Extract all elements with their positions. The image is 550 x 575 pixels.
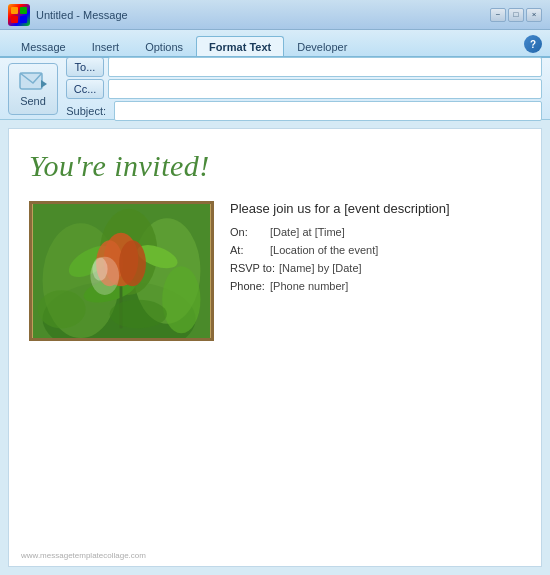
detail-phone: Phone: [Phone number] xyxy=(230,280,521,292)
detail-at: At: [Location of the event] xyxy=(230,244,521,256)
address-area: To... Cc... Subject: xyxy=(66,57,542,121)
rsvp-label: RSVP to: xyxy=(230,262,275,274)
window-controls: − □ × xyxy=(490,8,542,22)
cc-row: Cc... xyxy=(66,79,542,99)
to-row: To... xyxy=(66,57,542,77)
svg-rect-3 xyxy=(20,16,27,23)
to-field[interactable] xyxy=(108,57,542,77)
tab-message[interactable]: Message xyxy=(8,36,79,56)
rsvp-value: [Name] by [Date] xyxy=(279,262,362,274)
tab-insert[interactable]: Insert xyxy=(79,36,133,56)
send-icon xyxy=(19,70,47,92)
svg-marker-5 xyxy=(41,80,47,88)
cc-field[interactable] xyxy=(108,79,542,99)
email-body[interactable]: You're invited! xyxy=(8,128,542,567)
minimize-button[interactable]: − xyxy=(490,8,506,22)
at-label: At: xyxy=(230,244,266,256)
content-area: Please join us for a [event description]… xyxy=(29,201,521,341)
svg-rect-0 xyxy=(11,7,18,14)
tab-options[interactable]: Options xyxy=(132,36,196,56)
detail-on: On: [Date] at [Time] xyxy=(230,226,521,238)
event-image xyxy=(29,201,214,341)
svg-point-19 xyxy=(92,258,107,281)
title-bar: Untitled - Message − □ × xyxy=(0,0,550,30)
maximize-button[interactable]: □ xyxy=(508,8,524,22)
subject-field[interactable] xyxy=(114,101,542,121)
close-button[interactable]: × xyxy=(526,8,542,22)
tab-format-text[interactable]: Format Text xyxy=(196,36,284,56)
on-value: [Date] at [Time] xyxy=(270,226,345,238)
svg-point-22 xyxy=(110,300,167,329)
ribbon-toolbar: Send To... Cc... Subject: xyxy=(0,58,550,120)
svg-rect-1 xyxy=(20,7,27,14)
phone-value: [Phone number] xyxy=(270,280,348,292)
detail-rsvp: RSVP to: [Name] by [Date] xyxy=(230,262,521,274)
phone-label: Phone: xyxy=(230,280,266,292)
at-value: [Location of the event] xyxy=(270,244,378,256)
send-label: Send xyxy=(20,95,46,107)
help-icon[interactable]: ? xyxy=(524,35,542,53)
on-label: On: xyxy=(230,226,266,238)
ribbon-tabs: Message Insert Options Format Text Devel… xyxy=(0,30,550,58)
subject-label: Subject: xyxy=(66,105,110,117)
subject-row: Subject: xyxy=(66,101,542,121)
invite-heading: You're invited! xyxy=(29,149,521,183)
flower-illustration xyxy=(32,204,211,338)
svg-point-16 xyxy=(119,240,146,286)
cc-button[interactable]: Cc... xyxy=(66,79,104,99)
svg-rect-2 xyxy=(11,16,18,23)
send-button[interactable]: Send xyxy=(8,63,58,115)
event-details: Please join us for a [event description]… xyxy=(230,201,521,298)
app-logo xyxy=(8,4,30,26)
window-title: Untitled - Message xyxy=(36,9,490,21)
svg-point-21 xyxy=(38,290,86,328)
tab-developer[interactable]: Developer xyxy=(284,36,360,56)
to-button[interactable]: To... xyxy=(66,57,104,77)
svg-point-20 xyxy=(162,266,200,333)
event-title: Please join us for a [event description] xyxy=(230,201,521,216)
watermark: www.messagetemplatecollage.com xyxy=(21,551,146,560)
